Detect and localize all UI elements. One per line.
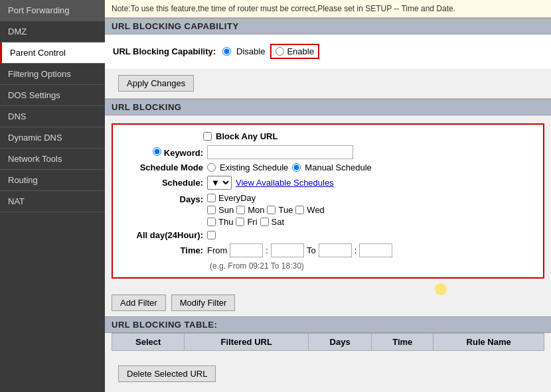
table-header-row: Select Filtered URL Days Time Rule Name — [112, 334, 544, 351]
sidebar-item-dns[interactable]: DNS — [0, 106, 105, 127]
col-rule-name: Rule Name — [433, 334, 544, 351]
schedule-mode-label: Schedule Mode — [123, 163, 203, 172]
fri-label[interactable]: Fri — [247, 217, 257, 227]
apply-changes-button[interactable]: Apply Changes — [118, 75, 194, 92]
radio-manual-schedule[interactable] — [292, 163, 301, 172]
sidebar-item-parent-control[interactable]: Parent Control — [0, 42, 105, 64]
sidebar-item-nat[interactable]: NAT — [0, 191, 105, 212]
sun-label[interactable]: Sun — [218, 205, 234, 215]
time-inputs: From : To : — [207, 243, 392, 257]
filter-buttons: Add Filter Modify Filter — [105, 289, 551, 316]
radio-group-capability: Disable Enable — [222, 44, 319, 59]
sun-wed-line: Sun Mon Tue Wed — [207, 205, 325, 215]
sidebar-item-routing[interactable]: Routing — [0, 170, 105, 191]
sidebar-item-dos-settings[interactable]: DOS Settings — [0, 85, 105, 106]
days-row: Days: EveryDay Sun Mon — [123, 193, 532, 227]
thu-label[interactable]: Thu — [218, 217, 233, 227]
schedule-mode-row: Schedule Mode Existing Schedule Manual S… — [123, 163, 532, 172]
everyday-label[interactable]: EveryDay — [218, 193, 256, 203]
schedule-select[interactable]: ▼ — [207, 176, 232, 190]
sidebar-item-dmz[interactable]: DMZ — [0, 21, 105, 42]
capability-section: URL BLOCKING CAPABILITY URL Blocking Cap… — [105, 18, 551, 68]
sidebar-item-network-tools[interactable]: Network Tools — [0, 149, 105, 170]
note-text: Note:To use this feature,the time of rou… — [112, 4, 455, 13]
days-options: EveryDay Sun Mon Tue Wed — [207, 193, 325, 227]
sidebar-item-port-forwarding[interactable]: Port Forwarding — [0, 0, 105, 21]
radio-disable-label[interactable]: Disable — [236, 46, 265, 56]
note-bar: Note:To use this feature,the time of rou… — [105, 0, 551, 18]
url-blocking-form: Block Any URL Keyword: Schedule Mode Exi… — [112, 123, 544, 279]
radio-enable-label[interactable]: Enable — [287, 46, 313, 56]
table-section: URL BLOCKING TABLE: Select Filtered URL … — [105, 316, 551, 354]
checkbox-mon[interactable] — [236, 206, 245, 214]
radio-keyword[interactable] — [153, 147, 161, 156]
radio-existing-schedule[interactable] — [207, 163, 216, 172]
checkbox-allday[interactable] — [207, 231, 216, 239]
keyword-input[interactable] — [207, 145, 353, 159]
col-filtered-url: Filtered URL — [185, 334, 309, 351]
block-any-label[interactable]: Block Any URL — [216, 131, 277, 141]
checkbox-block-any[interactable] — [203, 132, 212, 141]
url-blocking-table: Select Filtered URL Days Time Rule Name — [112, 333, 544, 351]
allday-label: All day(24Hour): — [123, 230, 203, 240]
block-any-row: Block Any URL — [203, 131, 532, 141]
time-from-min[interactable] — [271, 243, 304, 257]
schedule-row: Schedule: ▼ View Available Schedules — [123, 176, 532, 190]
blocking-section: URL BLOCKING Block Any URL Keyword: — [105, 99, 551, 289]
checkbox-everyday[interactable] — [207, 194, 216, 202]
everyday-line: EveryDay — [207, 193, 325, 203]
tue-label[interactable]: Tue — [278, 205, 293, 215]
checkbox-sat[interactable] — [260, 218, 269, 226]
checkbox-wed[interactable] — [295, 206, 304, 214]
add-filter-button[interactable]: Add Filter — [112, 294, 166, 311]
time-example: (e.g. From 09:21 To 18:30) — [207, 261, 532, 271]
checkbox-fri[interactable] — [236, 218, 244, 226]
allday-row: All day(24Hour): — [123, 230, 532, 240]
schedule-label: Schedule: — [123, 178, 203, 188]
keyword-label: Keyword: — [123, 147, 203, 158]
capability-row: URL Blocking Capability: Disable Enable — [113, 40, 543, 63]
table-section-header: URL BLOCKING TABLE: — [105, 316, 551, 333]
time-to-min[interactable] — [359, 243, 392, 257]
delete-selected-button[interactable]: Delete Selected URL — [118, 365, 216, 382]
capability-section-body: URL Blocking Capability: Disable Enable — [105, 34, 551, 68]
days-label: Days: — [123, 193, 203, 204]
time-sep-1: : — [266, 245, 268, 255]
main-content: Note:To use this feature,the time of rou… — [105, 0, 551, 392]
time-label: Time: — [123, 245, 203, 255]
time-sep-2: : — [354, 245, 357, 255]
mon-label[interactable]: Mon — [248, 205, 264, 215]
col-select: Select — [112, 334, 185, 351]
time-to-hour[interactable] — [319, 243, 352, 257]
col-time: Time — [372, 334, 433, 351]
view-schedules-link[interactable]: View Available Schedules — [236, 178, 334, 188]
thu-sat-line: Thu Fri Sat — [207, 217, 325, 227]
from-label: From — [207, 245, 227, 255]
sat-label[interactable]: Sat — [272, 217, 285, 227]
sidebar: Port Forwarding DMZ Parent Control Filte… — [0, 0, 105, 392]
capability-label: URL Blocking Capability: — [113, 46, 216, 56]
existing-schedule-label[interactable]: Existing Schedule — [220, 163, 288, 172]
blocking-section-header: URL BLOCKING — [105, 99, 551, 115]
checkbox-thu[interactable] — [207, 218, 216, 226]
radio-enable[interactable] — [276, 47, 284, 56]
time-row: Time: From : To : — [123, 243, 532, 257]
to-label: To — [307, 245, 316, 255]
checkbox-sun[interactable] — [207, 206, 216, 214]
sidebar-item-dynamic-dns[interactable]: Dynamic DNS — [0, 127, 105, 149]
keyword-row: Keyword: — [123, 145, 532, 159]
modify-filter-button[interactable]: Modify Filter — [171, 294, 236, 311]
capability-section-header: URL BLOCKING CAPABILITY — [105, 18, 551, 34]
sidebar-item-filtering-options[interactable]: Filtering Options — [0, 64, 105, 85]
manual-schedule-label[interactable]: Manual Schedule — [305, 163, 371, 172]
radio-enable-box: Enable — [270, 44, 319, 59]
checkbox-tue[interactable] — [267, 206, 276, 214]
col-days: Days — [309, 334, 372, 351]
wed-label[interactable]: Wed — [307, 205, 325, 215]
radio-disable[interactable] — [222, 47, 231, 56]
time-from-hour[interactable] — [230, 243, 263, 257]
